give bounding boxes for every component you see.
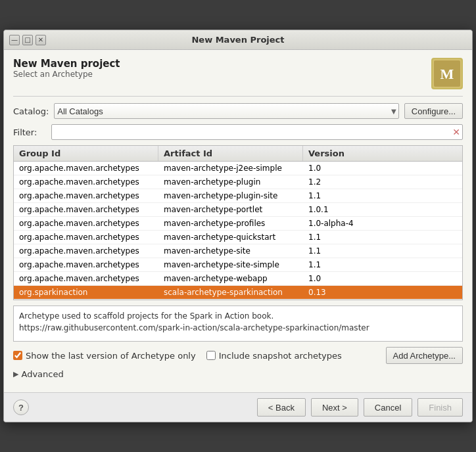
titlebar: — □ ✕ New Maven Project	[4, 30, 472, 50]
close-button[interactable]: ✕	[36, 35, 46, 45]
description-line2: https://raw.githubusercontent.com/spark-…	[19, 323, 369, 332]
table-cell-version: 1.0.1	[303, 203, 462, 216]
col-artifact-id: Artifact Id	[158, 146, 303, 161]
archetype-table: Group Id Artifact Id Version org.apache.…	[13, 145, 463, 300]
table-cell-artifact: maven-archetype-quickstart	[158, 231, 303, 244]
table-cell-group: org.apache.maven.archetypes	[14, 175, 158, 189]
filter-input[interactable]	[51, 124, 463, 140]
svg-text:M: M	[440, 66, 454, 82]
catalog-label: Catalog:	[13, 106, 49, 116]
table-cell-artifact: maven-archetype-site	[158, 244, 303, 258]
table-cell-artifact: scala-archetype-sparkinaction	[158, 286, 303, 299]
table-cell-artifact: maven-archetype-profiles	[158, 217, 303, 230]
include-snapshot-checkbox-label[interactable]: Include snapshot archetypes	[206, 351, 342, 361]
table-cell-group: org.sparkinaction	[14, 286, 158, 299]
table-cell-group: org.apache.maven.archetypes	[14, 162, 158, 175]
advanced-arrow-icon: ▶	[13, 370, 18, 378]
description-area: Archetype used to scaffold projects for …	[13, 305, 463, 342]
table-cell-artifact: maven-archetype-plugin	[158, 175, 303, 189]
table-cell-version: 1.1	[303, 244, 462, 258]
table-cell-artifact: maven-archetype-portlet	[158, 203, 303, 216]
filter-input-wrapper: ✕	[51, 124, 463, 140]
bottom-bar: ? < Back Next > Cancel Finish	[4, 392, 472, 422]
show-last-version-checkbox[interactable]	[13, 351, 22, 360]
table-row[interactable]: org.sparkinactionscala-archetype-sparkin…	[14, 286, 462, 300]
table-row[interactable]: org.apache.maven.archetypesmaven-archety…	[14, 258, 462, 272]
maven-icon: M	[431, 58, 463, 89]
catalog-select-wrapper: All Catalogs Internal Local Remote ▼	[54, 103, 398, 119]
table-cell-group: org.apache.maven.archetypes	[14, 272, 158, 285]
description-line1: Archetype used to scaffold projects for …	[19, 311, 274, 321]
include-snapshot-checkbox[interactable]	[206, 351, 216, 360]
cancel-button[interactable]: Cancel	[364, 398, 412, 417]
table-cell-version: 1.1	[303, 189, 462, 202]
advanced-row[interactable]: ▶ Advanced	[13, 369, 463, 379]
next-button[interactable]: Next >	[311, 398, 358, 417]
dialog-content: New Maven project Select an Archetype M …	[4, 50, 472, 392]
table-body: org.apache.maven.archetypesmaven-archety…	[14, 162, 462, 300]
show-last-version-checkbox-label[interactable]: Show the last version of Archetype only	[13, 351, 196, 361]
help-button[interactable]: ?	[13, 399, 29, 415]
table-cell-version: 1.0	[303, 162, 462, 175]
table-header: Group Id Artifact Id Version	[14, 146, 462, 162]
catalog-row: Catalog: All Catalogs Internal Local Rem…	[13, 103, 463, 119]
table-row[interactable]: org.apache.maven.archetypesmaven-archety…	[14, 203, 462, 217]
table-row[interactable]: org.apache.maven.archetypesmaven-archety…	[14, 244, 462, 258]
table-cell-version: 0.13	[303, 286, 462, 299]
table-cell-version: 1.0-alpha-4	[303, 217, 462, 230]
window-title: New Maven Project	[46, 35, 430, 45]
window-controls: — □ ✕	[9, 35, 46, 45]
table-cell-artifact: maven-archetype-site-simple	[158, 258, 303, 271]
main-window: — □ ✕ New Maven Project New Maven projec…	[3, 30, 473, 422]
table-cell-group: org.apache.maven.archetypes	[14, 244, 158, 258]
table-row[interactable]: org.apache.maven.archetypesmaven-archety…	[14, 231, 462, 244]
page-subtitle: Select an Archetype	[13, 70, 120, 79]
table-row[interactable]: org.apache.maven.archetypesmaven-archety…	[14, 272, 462, 286]
maximize-button[interactable]: □	[22, 35, 33, 45]
table-cell-group: org.apache.maven.archetypes	[14, 203, 158, 216]
minimize-button[interactable]: —	[9, 35, 20, 45]
header-area: New Maven project Select an Archetype M	[13, 58, 463, 89]
table-cell-version: 1.1	[303, 231, 462, 244]
table-row[interactable]: org.apache.maven.archetypesmaven-archety…	[14, 217, 462, 231]
filter-row: Filter: ✕	[13, 124, 463, 140]
add-archetype-button[interactable]: Add Archetype...	[386, 347, 463, 364]
filter-label: Filter:	[13, 127, 46, 137]
col-version: Version	[303, 146, 462, 161]
table-cell-artifact: maven-archetype-j2ee-simple	[158, 162, 303, 175]
configure-button[interactable]: Configure...	[404, 103, 463, 119]
include-snapshot-label: Include snapshot archetypes	[219, 351, 342, 361]
table-cell-group: org.apache.maven.archetypes	[14, 189, 158, 202]
table-row[interactable]: org.apache.maven.archetypesmaven-archety…	[14, 175, 462, 189]
catalog-select[interactable]: All Catalogs Internal Local Remote	[54, 103, 398, 119]
table-cell-artifact: maven-archetype-webapp	[158, 272, 303, 285]
table-row[interactable]: org.apache.maven.archetypesmaven-archety…	[14, 162, 462, 175]
options-row: Show the last version of Archetype only …	[13, 347, 463, 364]
show-last-version-label: Show the last version of Archetype only	[26, 351, 196, 361]
table-row[interactable]: org.apache.maven.archetypesmaven-archety…	[14, 189, 462, 203]
col-group-id: Group Id	[14, 146, 158, 161]
table-cell-version: 1.2	[303, 175, 462, 189]
page-title: New Maven project	[13, 58, 120, 70]
back-button[interactable]: < Back	[257, 398, 306, 417]
table-cell-group: org.apache.maven.archetypes	[14, 217, 158, 230]
table-cell-group: org.apache.maven.archetypes	[14, 258, 158, 271]
header-separator	[13, 96, 463, 97]
table-cell-version: 1.0	[303, 272, 462, 285]
table-cell-artifact: maven-archetype-plugin-site	[158, 189, 303, 202]
filter-clear-icon[interactable]: ✕	[452, 127, 460, 137]
finish-button[interactable]: Finish	[417, 398, 463, 417]
table-cell-version: 1.1	[303, 258, 462, 271]
header-text: New Maven project Select an Archetype	[13, 58, 120, 79]
table-cell-group: org.apache.maven.archetypes	[14, 231, 158, 244]
advanced-label: Advanced	[21, 369, 63, 379]
